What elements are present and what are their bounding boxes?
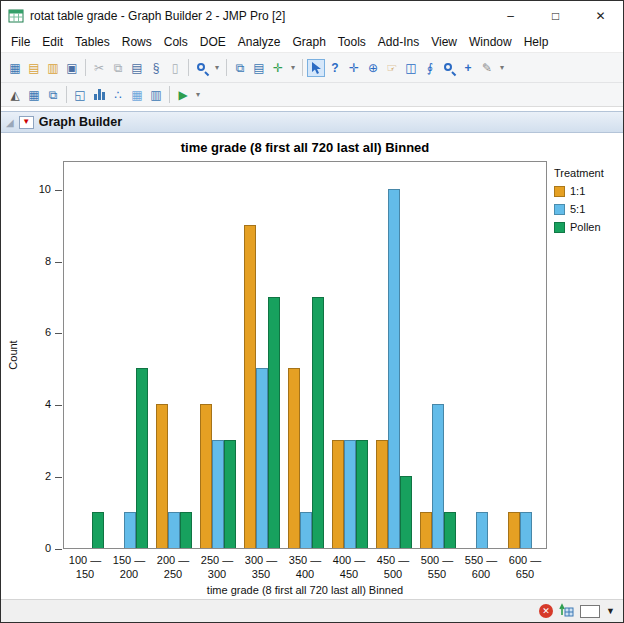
magnifier-tool-icon[interactable]: [440, 59, 458, 77]
menu-help[interactable]: Help: [518, 32, 555, 52]
bar-11-450[interactable]: [376, 440, 388, 548]
menu-doe[interactable]: DOE: [194, 32, 232, 52]
bar-51-550[interactable]: [476, 512, 488, 548]
legend-item-11[interactable]: 1:1: [554, 185, 622, 197]
open-database-icon[interactable]: ▥: [44, 59, 62, 77]
bar-11-250[interactable]: [200, 404, 212, 548]
bar-51-500[interactable]: [432, 404, 444, 548]
bar-51-150[interactable]: [124, 512, 136, 548]
statusbar-menu-arrow[interactable]: ▼: [606, 606, 615, 616]
chart-window-icon[interactable]: ⧉: [44, 86, 62, 104]
plot-area[interactable]: [63, 161, 547, 549]
copy-icon[interactable]: ⧉: [109, 59, 127, 77]
toolbar-overflow-icon[interactable]: ▾: [288, 59, 298, 77]
brush-tool-icon[interactable]: ◫: [402, 59, 420, 77]
annotate-tool-icon[interactable]: ✎: [478, 59, 496, 77]
legend-swatch[interactable]: [554, 186, 565, 197]
bar-51-300[interactable]: [256, 368, 268, 548]
menu-tools[interactable]: Tools: [332, 32, 372, 52]
bar-11-350[interactable]: [288, 368, 300, 548]
bar-51-600[interactable]: [520, 512, 532, 548]
save-icon[interactable]: ▣: [63, 59, 81, 77]
histogram-bar-glyph: [102, 92, 105, 100]
legend-item-51[interactable]: 5:1: [554, 203, 622, 215]
menu-tables[interactable]: Tables: [69, 32, 116, 52]
distribution-icon[interactable]: [90, 86, 108, 104]
crosshair-tool-icon[interactable]: ✛: [345, 59, 363, 77]
lasso-tool-icon[interactable]: ∮: [421, 59, 439, 77]
bar-Pollen-350[interactable]: [312, 297, 324, 548]
bar-51-350[interactable]: [300, 512, 312, 548]
add-rows-icon[interactable]: ✛: [269, 59, 287, 77]
legend-swatch[interactable]: [554, 222, 565, 233]
bar-Pollen-250[interactable]: [224, 440, 236, 548]
maximize-button[interactable]: □: [533, 1, 578, 31]
run-script-icon[interactable]: ▶: [174, 86, 192, 104]
bar-51-450[interactable]: [388, 189, 400, 548]
bar-Pollen-150[interactable]: [136, 368, 148, 548]
menu-file[interactable]: File: [5, 32, 36, 52]
bar-51-200[interactable]: [168, 512, 180, 548]
bar-11-400[interactable]: [332, 440, 344, 548]
toolbar-overflow-icon[interactable]: ▾: [497, 59, 507, 77]
matched-pairs-icon[interactable]: ▦: [128, 86, 146, 104]
paste-icon[interactable]: ▤: [128, 59, 146, 77]
bar-11-500[interactable]: [420, 512, 432, 548]
close-button[interactable]: ✕: [578, 1, 623, 31]
table-update-icon[interactable]: [559, 602, 574, 620]
error-log-icon[interactable]: ✕: [539, 604, 553, 618]
bar-11-200[interactable]: [156, 404, 168, 548]
graph-builder-icon[interactable]: ◱: [71, 86, 89, 104]
bar-Pollen-450[interactable]: [400, 476, 412, 548]
menu-graph[interactable]: Graph: [286, 32, 331, 52]
window-preview-box[interactable]: [580, 605, 600, 618]
paste-special-icon[interactable]: ▤: [250, 59, 268, 77]
menu-edit[interactable]: Edit: [36, 32, 69, 52]
menu-view[interactable]: View: [425, 32, 463, 52]
bar-11-300[interactable]: [244, 225, 256, 548]
x-tick-label: 200 —250: [151, 553, 195, 581]
menu-window[interactable]: Window: [463, 32, 518, 52]
bar-51-400[interactable]: [344, 440, 356, 548]
bar-51-250[interactable]: [212, 440, 224, 548]
red-triangle-menu-button[interactable]: ▼: [19, 116, 34, 129]
bar-Pollen-200[interactable]: [180, 512, 192, 548]
data-table-icon[interactable]: ▦: [25, 86, 43, 104]
bar-Pollen-300[interactable]: [268, 297, 280, 548]
bar-Pollen-500[interactable]: [444, 512, 456, 548]
copy-picture-icon[interactable]: ⧉: [231, 59, 249, 77]
bar-11-600[interactable]: [508, 512, 520, 548]
y-tick-mark: [55, 549, 62, 550]
toolbar-overflow-icon[interactable]: ▾: [212, 59, 222, 77]
menu-add-ins[interactable]: Add-Ins: [372, 32, 425, 52]
menu-rows[interactable]: Rows: [116, 32, 158, 52]
zoom-plus-tool-icon[interactable]: +: [459, 59, 477, 77]
selection-tool-icon[interactable]: ⊕: [364, 59, 382, 77]
menu-cols[interactable]: Cols: [158, 32, 194, 52]
new-data-table-icon[interactable]: ▦: [6, 59, 24, 77]
open-icon[interactable]: ▤: [25, 59, 43, 77]
menu-analyze[interactable]: Analyze: [232, 32, 287, 52]
chart-area: time grade (8 first all 720 last all) Bi…: [1, 133, 623, 601]
x-tick-low: 400 —: [327, 553, 371, 567]
fit-y-by-x-icon[interactable]: ∴: [109, 86, 127, 104]
cut-icon[interactable]: ✂: [90, 59, 108, 77]
bar-Pollen-400[interactable]: [356, 440, 368, 548]
sort-plot-icon[interactable]: ◭: [6, 86, 24, 104]
tabulate-icon[interactable]: ▥: [147, 86, 165, 104]
x-tick-high: 500: [371, 567, 415, 581]
lock-icon[interactable]: ▯: [166, 59, 184, 77]
journal-icon[interactable]: §: [147, 59, 165, 77]
arrow-tool-icon[interactable]: [307, 59, 325, 77]
help-tool-icon[interactable]: ?: [326, 59, 344, 77]
legend-label: 1:1: [570, 185, 585, 197]
outline-disclosure-icon[interactable]: ◢: [6, 117, 14, 128]
bar-Pollen-100[interactable]: [92, 512, 104, 548]
x-tick-low: 250 —: [195, 553, 239, 567]
search-icon[interactable]: [193, 59, 211, 77]
grabber-hand-tool-icon[interactable]: ☞: [383, 59, 401, 77]
minimize-button[interactable]: –: [488, 1, 533, 31]
toolbar-overflow-icon[interactable]: ▾: [193, 86, 203, 104]
legend-item-Pollen[interactable]: Pollen: [554, 221, 622, 233]
legend-swatch[interactable]: [554, 204, 565, 215]
